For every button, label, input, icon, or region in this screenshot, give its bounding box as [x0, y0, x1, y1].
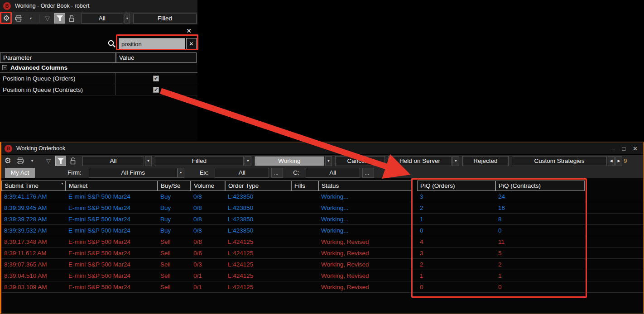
chevron-left-icon[interactable]: ◀	[608, 156, 615, 166]
cell-order-type: L:423850	[225, 214, 291, 224]
window-controls: – □ ✕	[611, 145, 638, 152]
status-filter-filled[interactable]: Filled	[155, 156, 244, 166]
status-filter-rejected[interactable]: Rejected	[462, 156, 509, 166]
collapse-icon[interactable]: −	[2, 65, 7, 70]
status-filter-all[interactable]: All	[82, 156, 144, 166]
nabla-icon: ▽	[45, 15, 50, 22]
maximize-button[interactable]: □	[622, 145, 625, 152]
contract-more-button[interactable]: ...	[362, 168, 374, 178]
order-row[interactable]: 8:39:39.945 AME-mini S&P 500 Mar24Buy0/8…	[1, 202, 643, 214]
order-row[interactable]: 8:39:39.532 AME-mini S&P 500 Mar24Buy0/8…	[1, 225, 643, 236]
lock-button[interactable]	[67, 156, 78, 166]
print-button[interactable]	[13, 13, 24, 24]
filter-button-active[interactable]	[55, 156, 66, 166]
cell-spacer	[585, 281, 643, 292]
status-filter-canceled[interactable]: Canceled	[335, 156, 385, 166]
firm-dropdown-arrow[interactable]: ▼	[178, 168, 184, 178]
order-row[interactable]: 8:39:11.612 AME-mini S&P 500 Mar24Sell0/…	[1, 247, 643, 259]
status-filter-filled-arrow[interactable]: ▼	[245, 156, 251, 166]
parameter-row[interactable]: Position in Queue (Contracts)✔	[0, 84, 197, 95]
lock-button[interactable]	[67, 13, 77, 24]
cell-piq-orders: 0	[417, 281, 495, 292]
column-header-value[interactable]: Value	[116, 52, 197, 63]
exchange-more-button[interactable]: ...	[271, 168, 283, 178]
group-row-advanced-columns[interactable]: − Advanced Columns	[0, 63, 197, 73]
status-filter-custom[interactable]: Custom Strategies	[512, 156, 607, 166]
checkbox-checked[interactable]: ✔	[153, 76, 159, 81]
firm-dropdown[interactable]: All Firms	[89, 168, 178, 178]
cell-order-type: L:424125	[225, 270, 291, 281]
column-header-volume[interactable]: Volume	[191, 181, 225, 191]
parameter-row[interactable]: Position in Queue (Orders)✔	[0, 73, 197, 84]
orderbook-titlebar[interactable]: B Working Orderbook – □ ✕	[1, 143, 643, 155]
checkbox-checked[interactable]: ✔	[153, 87, 159, 93]
print-dropdown-button[interactable]: ▼	[25, 13, 36, 24]
sort-descending-icon: ▼	[61, 181, 64, 185]
status-filter-bar: All▼Filled▼Working▼CanceledHeld on Serve…	[80, 156, 622, 166]
my-account-button[interactable]: My Act	[5, 168, 35, 178]
search-clear-button[interactable]: ✕	[186, 38, 197, 50]
settings-gear-button[interactable]: ⚙	[1, 13, 12, 24]
cell-spacer	[413, 191, 417, 202]
cell-spacer	[585, 225, 643, 236]
settings-toolbar: ⚙ ▼ ▽ All ▼ Filled	[0, 12, 197, 24]
cell-piq-contracts: 24	[495, 191, 585, 202]
cell-spacer	[413, 270, 417, 281]
cell-piq-contracts: 5	[495, 247, 585, 258]
column-header-order-type[interactable]: Order Type	[225, 181, 291, 191]
cell-piq-contracts: 0	[495, 281, 585, 292]
cell-spacer	[413, 214, 417, 224]
cell-volume: 0/3	[191, 259, 225, 270]
column-header-submit-time[interactable]: Submit Time ▼	[1, 181, 66, 191]
panel-close-button[interactable]: ✕	[186, 27, 192, 34]
cell-market: E-mini S&P 500 Mar24	[66, 270, 158, 281]
exchange-field[interactable]: All	[215, 168, 269, 178]
cell-side: Sell	[158, 247, 191, 258]
order-row[interactable]: 8:39:04.510 AME-mini S&P 500 Mar24Sell0/…	[1, 270, 643, 281]
column-header-piq-orders[interactable]: PiQ (Orders)	[417, 181, 495, 191]
filter-button-active[interactable]	[54, 13, 65, 24]
status-filter-working-arrow[interactable]: ▼	[325, 156, 332, 166]
close-button[interactable]: ✕	[633, 145, 638, 152]
settings-window-title: Working - Order Book - robert	[15, 3, 89, 9]
column-header-piq-contracts[interactable]: PiQ (Contracts)	[495, 181, 585, 191]
settings-filter-filled-dropdown[interactable]: Filled	[133, 14, 197, 24]
cell-volume: 0/8	[191, 225, 225, 236]
chevron-right-icon[interactable]: ▶	[615, 156, 622, 166]
cell-order-type: L:423850	[225, 191, 291, 202]
status-filter-held[interactable]: Held on Server	[388, 156, 452, 166]
column-header-market[interactable]: Market	[66, 181, 158, 191]
order-row[interactable]: 8:39:17.348 AME-mini S&P 500 Mar24Sell0/…	[1, 236, 643, 247]
column-header-fills[interactable]: Fills	[291, 181, 318, 191]
order-row[interactable]: 8:39:39.728 AME-mini S&P 500 Mar24Buy0/8…	[1, 214, 643, 225]
printer-icon	[15, 15, 23, 22]
sort-button[interactable]: ▽	[42, 13, 53, 24]
cell-volume: 0/1	[191, 281, 225, 292]
column-header-parameter[interactable]: Parameter	[0, 52, 116, 63]
search-input[interactable]: position	[119, 38, 185, 50]
minimize-button[interactable]: –	[611, 145, 615, 152]
order-row[interactable]: 8:39:41.176 AME-mini S&P 500 Mar24Buy0/8…	[1, 191, 643, 202]
order-row[interactable]: 8:39:07.365 AME-mini S&P 500 Mar24Sell0/…	[1, 259, 643, 270]
cell-status: Working...	[318, 202, 413, 213]
settings-titlebar[interactable]: B Working - Order Book - robert	[0, 0, 197, 12]
cell-submit-time: 8:39:17.348 AM	[1, 236, 66, 247]
cell-submit-time: 8:39:41.176 AM	[1, 191, 66, 202]
cell-submit-time: 8:39:39.532 AM	[1, 225, 66, 236]
print-dropdown-button[interactable]: ▼	[27, 156, 38, 166]
status-filter-working[interactable]: Working	[255, 156, 324, 166]
print-button[interactable]	[14, 156, 25, 166]
cell-fills	[291, 236, 318, 247]
sort-button[interactable]: ▽	[43, 156, 54, 166]
orderbook-gear-button[interactable]: ⚙	[2, 156, 13, 166]
settings-filter-all-arrow[interactable]: ▼	[125, 14, 130, 24]
cell-fills	[291, 225, 318, 236]
contract-field[interactable]: All	[306, 168, 360, 178]
order-row[interactable]: 8:39:03.109 AME-mini S&P 500 Mar24Sell0/…	[1, 281, 643, 293]
column-header-status[interactable]: Status	[318, 181, 413, 191]
status-filter-all-arrow[interactable]: ▼	[145, 156, 152, 166]
column-header-buy-sell[interactable]: Buy/Se	[158, 181, 191, 191]
status-filter-held-arrow[interactable]: ▼	[452, 156, 459, 166]
cell-fills	[291, 270, 318, 281]
settings-filter-all-dropdown[interactable]: All	[81, 14, 123, 24]
